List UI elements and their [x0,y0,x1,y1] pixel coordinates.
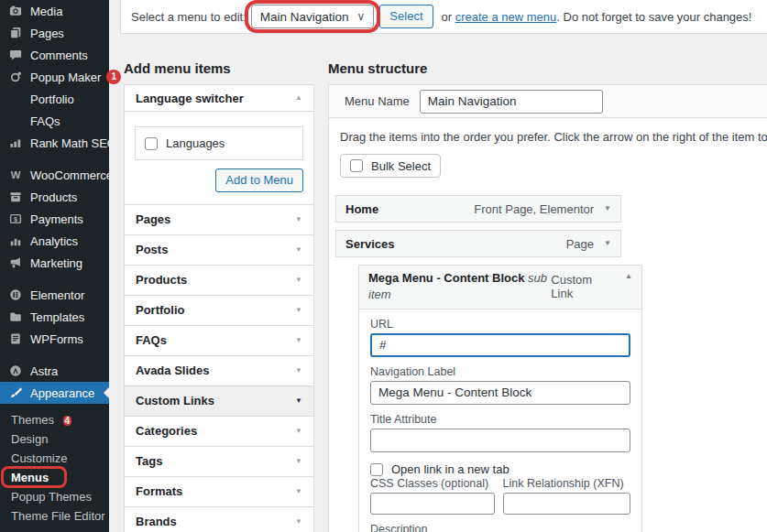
add-to-menu-button[interactable]: Add to Menu [215,168,303,192]
menu-item-type: Custom Link [551,273,615,300]
menu-items-list: Home Front Page, Elementor Services [335,195,621,257]
sidebar-item-label: Elementor [30,288,84,302]
chevron-down-icon[interactable] [295,488,302,495]
save-changes-text: . Do not forget to save your changes! [556,10,751,24]
accordion-section[interactable]: Posts [125,234,313,265]
chevron-down-icon[interactable] [295,277,302,284]
title-attribute-input[interactable] [370,429,630,452]
menu-item-bar[interactable]: Services Page [335,230,621,257]
menu-select-dropdown[interactable]: Main Navigation ∨ [251,5,375,28]
url-input[interactable]: # [370,333,630,357]
accordion-section[interactable]: FAQs [125,325,313,355]
accordion-section[interactable]: Products [125,265,313,295]
sidebar-item[interactable]: Media [0,0,109,22]
sidebar-subitem[interactable]: Design [0,429,109,449]
css-classes-label: CSS Classes (optional) [370,477,495,490]
sidebar-item-label: Popup Maker [30,71,101,84]
accordion-label: Posts [136,243,168,256]
sidebar-item-label: Comments [30,49,88,62]
sidebar-subitem-label: Popup Themes [11,490,92,504]
accordion-section[interactable]: Brands [125,506,313,532]
xfn-input[interactable] [503,493,630,515]
accordion-label: Tags [136,454,162,468]
accordion-section[interactable]: Avada Slides [125,355,313,385]
sidebar-item[interactable]: Rank Math SEO [0,132,109,154]
sidebar-item[interactable]: Templates [0,306,109,328]
navigation-label-input[interactable]: Mega Menu - Content Block [370,381,630,405]
sidebar-subitem-label: Menus [11,471,49,484]
create-new-menu-link[interactable]: create a new menu [455,10,557,24]
sidebar-item-label: Analytics [30,234,78,248]
add-menu-items-title: Add menu items [124,60,314,76]
menu-structure-panel: Menu Name Main Navigation Drag the items… [328,84,767,532]
astra-icon [8,364,22,378]
chevron-down-icon[interactable] [295,458,302,465]
comments-icon [8,49,22,62]
admin-menu: Media Pages Comments Popup Ma [0,0,109,404]
chevron-down-icon[interactable] [295,307,302,314]
bulk-select-control: Bulk Select [340,154,441,178]
sidebar-item[interactable]: FAQs [0,110,109,132]
sidebar-subitem-label: Design [11,432,48,446]
sidebar-item[interactable]: Comments [0,44,109,66]
sidebar-item[interactable]: Products [0,186,109,208]
accordion-section[interactable]: Categories [125,416,313,446]
sidebar-item[interactable]: Pages [0,22,109,44]
menu-name-input[interactable]: Main Navigation [420,90,603,114]
chevron-down-icon[interactable] [295,246,302,254]
add-menu-items-panel: Language switcher Languages Add to Menu [124,84,314,532]
accordion-language-switcher[interactable]: Language switcher [125,85,313,112]
accordion-label: Custom Links [136,394,214,407]
chevron-down-icon[interactable] [295,397,302,405]
chevron-down-icon[interactable] [604,205,611,212]
accordion-section[interactable]: Custom Links [125,385,313,416]
sidebar-item[interactable]: Popup Maker 1 [0,66,109,88]
sidebar-item[interactable]: WPForms [0,328,109,350]
sidebar-item[interactable]: Elementor [0,284,109,306]
chevron-up-icon[interactable] [625,273,632,280]
sidebar-subitem[interactable]: Theme File Editor [0,506,109,526]
sidebar-subitem-label: Theme File Editor [11,509,105,523]
open-new-tab-checkbox[interactable] [370,463,383,476]
accordion-label: Brands [136,515,177,528]
chevron-up-icon[interactable] [295,94,302,102]
sidebar-item-label: Marketing [30,256,82,270]
sidebar-item[interactable]: Portfolio [0,88,109,110]
chevron-down-icon[interactable] [295,428,302,435]
sidebar-item[interactable]: W WooCommerce [0,164,109,186]
sidebar-item[interactable]: Appearance [0,382,109,404]
menu-item-bar[interactable]: Mega Menu - Content Block sub item Custo… [358,265,642,309]
title-attribute-label: Title Attribute [370,413,630,426]
sidebar-item[interactable]: Marketing [0,252,109,274]
chevron-down-icon[interactable] [604,240,611,247]
sidebar-item-label: FAQs [30,114,60,128]
payments-icon: $ [8,212,22,226]
chevron-down-icon: ∨ [357,11,366,22]
sidebar-item[interactable]: Astra [0,360,109,382]
chevron-down-icon[interactable] [295,518,302,526]
languages-checkbox[interactable] [145,137,158,150]
sidebar-item[interactable]: $ Payments [0,208,109,230]
chevron-down-icon[interactable] [295,216,302,223]
select-menu-label: Select a menu to edit: [131,10,247,24]
accordion-section[interactable]: Formats [125,476,313,506]
sidebar-item-label: Templates [30,310,84,324]
description-label: Description [370,523,630,532]
css-classes-input[interactable] [370,493,495,515]
menu-item-bar[interactable]: Home Front Page, Elementor [335,195,621,223]
drag-hint-text: Drag the items into the order you prefer… [340,130,767,144]
sidebar-subitem[interactable]: Themes 4 [0,410,109,429]
select-button[interactable]: Select [379,5,433,28]
sidebar-item-label: Astra [30,364,58,378]
sidebar-item[interactable]: Analytics [0,230,109,252]
chevron-down-icon[interactable] [295,337,302,344]
accordion-label: Formats [136,484,182,498]
sidebar-subitem[interactable]: Menus [0,468,109,487]
accordion-section[interactable]: Portfolio [125,295,313,325]
chevron-down-icon[interactable] [295,367,302,375]
bulk-select-checkbox[interactable] [350,159,363,172]
sidebar-subitem[interactable]: Popup Themes [0,487,109,506]
accordion-section[interactable]: Pages [125,204,313,234]
accordion-section[interactable]: Tags [125,446,313,476]
sidebar-subitem[interactable]: Customize [0,449,109,468]
